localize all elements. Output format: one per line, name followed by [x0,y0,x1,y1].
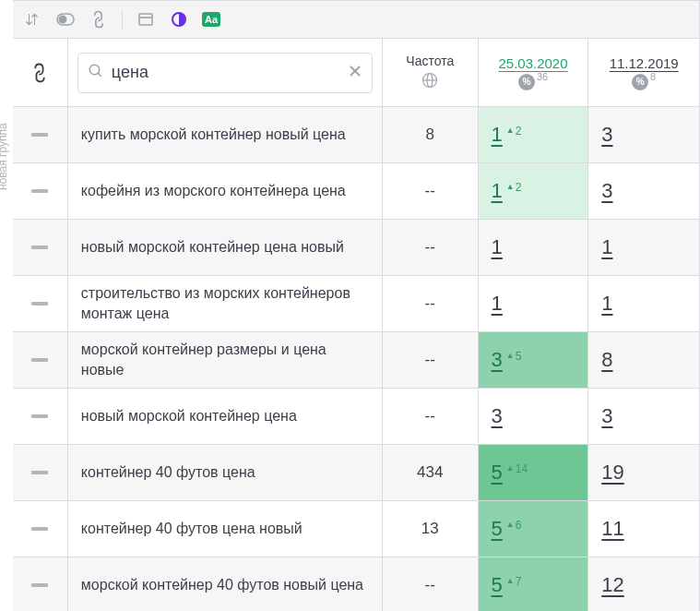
minus-icon [29,412,51,421]
link-icon[interactable] [30,63,50,83]
rank-link[interactable]: 5 [492,517,503,541]
separator [122,9,123,30]
freq-label: Частота [406,54,454,68]
header-link-col [13,39,68,107]
table-rows: купить морской контейнер новый цена81▲23… [13,107,700,611]
collapse-button[interactable] [13,445,68,500]
header-search-col [68,39,383,107]
rank-link[interactable]: 3 [601,123,612,147]
table-row: новый морской контейнер цена новый--11 [13,220,700,276]
rank-cell: 12 [588,557,699,611]
svg-line-6 [98,73,101,77]
group-label: новая группа [0,123,9,190]
rank-link[interactable]: 1 [492,179,503,203]
rank-cell: 1 [479,276,589,331]
rank-cell: 5▲14 [479,445,589,500]
rank-cell: 8 [588,332,699,388]
collapse-button[interactable] [13,557,68,611]
rank-link[interactable]: 5 [492,573,503,597]
rank-link[interactable]: 8 [601,348,612,372]
rank-delta: ▲6 [506,519,522,532]
keyword-cell[interactable]: новый морской контейнер цена [68,389,383,444]
keyword-cell[interactable]: контейнер 40 футов цена новый [68,501,383,557]
link-icon[interactable] [89,9,109,30]
sort-icon[interactable] [22,9,42,30]
collapse-button[interactable] [13,276,68,331]
table-row: морской контейнер размеры и цена новые--… [13,332,700,389]
rank-cell: 3 [479,389,589,444]
collapse-button[interactable] [13,163,68,219]
rank-link[interactable]: 1 [492,123,503,147]
freq-cell: 13 [383,501,479,557]
rank-delta: ▲2 [506,125,522,138]
header-date-col-0[interactable]: 25.03.2020 % 36 [479,39,589,107]
header-date-col-1[interactable]: 11.12.2019 % 8 [588,39,699,107]
collapse-button[interactable] [13,389,68,444]
table-row: кофейня из морского контейнера цена--1▲2… [13,163,700,220]
toggle-icon[interactable] [55,9,76,30]
search-input[interactable] [112,63,340,82]
percent-icon: % [518,74,535,90]
rank-link[interactable]: 19 [601,461,623,485]
rank-cell: 1▲2 [479,107,589,162]
clear-icon[interactable] [348,64,362,81]
minus-icon [29,355,51,365]
rank-delta: ▲14 [506,462,528,475]
rank-link[interactable]: 1 [601,235,612,259]
date-label: 25.03.2020 [498,55,567,71]
aa-icon[interactable]: Aa [202,12,220,27]
keyword-cell[interactable]: морской контейнер размеры и цена новые [68,332,383,388]
freq-cell: -- [383,557,479,611]
keyword-cell[interactable]: купить морской контейнер новый цена [68,107,383,162]
rank-cell: 3▲5 [479,332,589,388]
table-row: морской контейнер 40 футов новый цена--5… [13,557,700,611]
window-icon[interactable] [136,9,156,30]
rank-cell: 5▲7 [479,557,589,611]
collapse-button[interactable] [13,501,68,557]
rank-cell: 5▲6 [479,501,589,557]
collapse-button[interactable] [13,332,68,388]
contrast-icon[interactable] [169,9,189,30]
date-sub: % 8 [632,74,656,90]
collapse-button[interactable] [13,220,68,275]
rank-link[interactable]: 1 [492,235,503,259]
header-freq-col[interactable]: Частота [383,39,479,107]
table-row: строительство из морских контейнеров мон… [13,276,700,332]
date-label: 11.12.2019 [610,55,679,71]
keyword-cell[interactable]: морской контейнер 40 футов новый цена [68,557,383,611]
collapse-button[interactable] [13,107,68,162]
keyword-cell[interactable]: кофейня из морского контейнера цена [68,163,383,219]
minus-icon [29,186,51,196]
rank-link[interactable]: 3 [492,348,503,372]
toolbar: Aa [13,0,700,39]
freq-cell: 434 [383,445,479,500]
freq-cell: 8 [383,107,479,162]
rank-link[interactable]: 5 [492,461,503,485]
freq-cell: -- [383,389,479,444]
table-row: купить морской контейнер новый цена81▲23 [13,107,700,163]
rank-cell: 3 [588,389,699,444]
keyword-cell[interactable]: новый морской контейнер цена новый [68,220,383,275]
table-row: контейнер 40 футов цена новый135▲611 [13,501,700,557]
rank-link[interactable]: 1 [492,292,503,316]
search-input-wrap[interactable] [77,53,373,93]
rank-link[interactable]: 3 [601,179,612,203]
minus-icon [29,468,51,477]
date-sub: % 36 [518,74,548,90]
rank-cell: 3 [588,107,699,162]
svg-point-1 [59,16,67,24]
keyword-cell[interactable]: строительство из морских контейнеров мон… [68,276,383,331]
rank-link[interactable]: 3 [492,404,503,428]
rank-delta: ▲2 [506,181,522,194]
percent-icon: % [632,74,648,90]
keyword-cell[interactable]: контейнер 40 футов цена [68,445,383,500]
minus-icon [29,524,51,533]
rank-link[interactable]: 3 [601,404,612,428]
rank-cell: 1 [588,220,699,275]
svg-rect-2 [139,14,152,25]
rank-cell: 1 [479,220,589,275]
rank-link[interactable]: 1 [601,292,612,316]
rank-link[interactable]: 12 [601,573,623,597]
rank-cell: 3 [588,163,699,219]
rank-link[interactable]: 11 [601,517,623,541]
